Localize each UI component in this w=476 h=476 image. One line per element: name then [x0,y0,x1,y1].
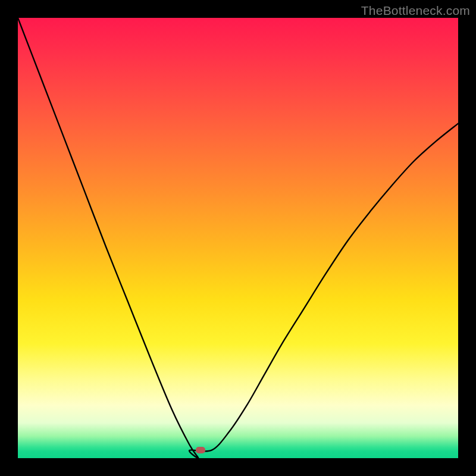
minimum-marker [196,447,205,453]
bottleneck-curve [18,18,458,458]
outer-frame: TheBottleneck.com [0,0,476,476]
curve-path [18,18,458,458]
plot-area [18,18,458,458]
watermark-text: TheBottleneck.com [361,4,470,18]
